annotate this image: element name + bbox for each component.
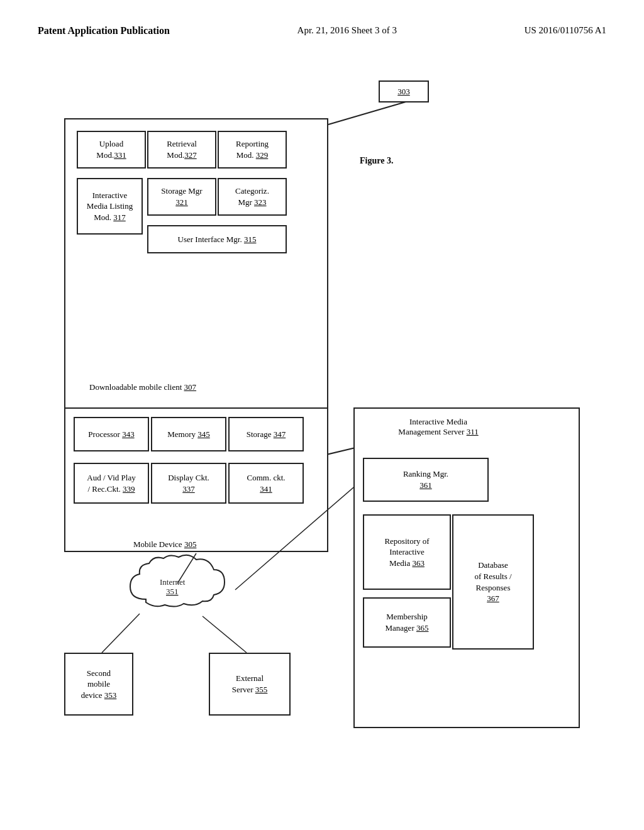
svg-text:351: 351	[166, 587, 179, 596]
imms-label: Interactive MediaManagement Server 311	[363, 417, 514, 437]
display-ckt-box: Display Ckt.337	[151, 463, 226, 504]
ref-303-box: 303	[379, 80, 429, 102]
second-mobile-device-box: Secondmobiledevice 353	[64, 653, 133, 716]
publication-date: Apr. 21, 2016 Sheet 3 of 3	[297, 25, 397, 36]
figure-label: Figure 3.	[360, 156, 393, 166]
svg-line-10	[203, 616, 247, 653]
processor-box: Processor 343	[74, 417, 149, 451]
aud-vid-box: Aud / Vid Play/ Rec.Ckt. 339	[74, 463, 149, 504]
interactive-media-listing-box: InteractiveMedia ListingMod. 317	[77, 178, 143, 235]
categoriz-mgr-box: Categoriz.Mgr 323	[218, 178, 287, 216]
reporting-mod-box: ReportingMod. 329	[218, 131, 287, 169]
internet-cloud: Internet 351	[121, 552, 234, 615]
storage-347-box: Storage 347	[228, 417, 304, 451]
membership-mgr-box: MembershipManager 365	[363, 597, 451, 648]
page-header: Patent Application Publication Apr. 21, …	[0, 0, 644, 36]
diagram-area: 303 Figure 3. Downloadable mobile client…	[52, 74, 592, 766]
external-server-box: ExternalServer 355	[209, 653, 291, 716]
upload-mod-box: UploadMod.331	[77, 131, 146, 169]
storage-mgr-box: Storage Mgr321	[147, 178, 216, 216]
ranking-mgr-box: Ranking Mgr.361	[363, 458, 489, 502]
svg-text:Internet: Internet	[160, 577, 186, 587]
comm-ckt-box: Comm. ckt.341	[228, 463, 304, 504]
memory-box: Memory 345	[151, 417, 226, 451]
publication-title: Patent Application Publication	[38, 25, 170, 36]
svg-line-9	[102, 614, 140, 653]
repository-box: Repository ofInteractiveMedia 363	[363, 514, 451, 590]
retrieval-mod-box: RetrievalMod.327	[147, 131, 216, 169]
downloadable-label: Downloadable mobile client 307	[89, 382, 196, 392]
database-box: Databaseof Results /Responses367	[452, 514, 534, 650]
ui-mgr-box: User Interface Mgr. 315	[147, 225, 287, 253]
mobile-device-label: Mobile Device 305	[133, 540, 196, 550]
svg-line-0	[328, 101, 410, 124]
publication-number: US 2016/0110756 A1	[525, 25, 606, 36]
